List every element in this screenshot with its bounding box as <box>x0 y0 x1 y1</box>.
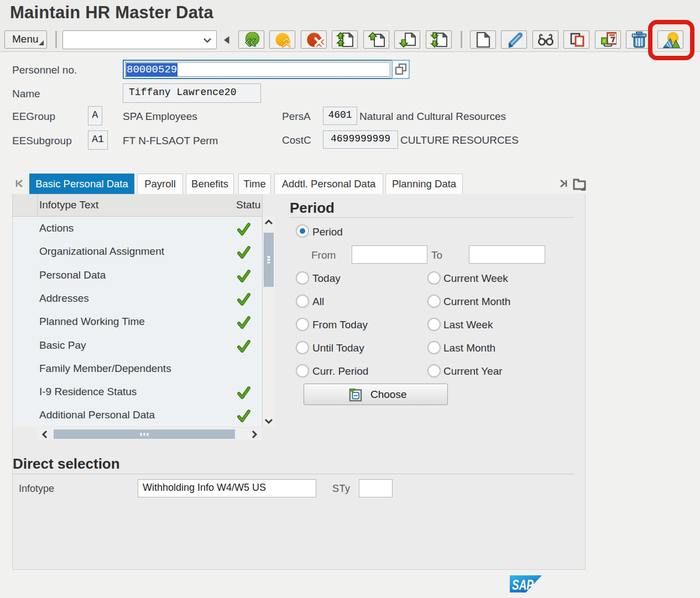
svg-text:SAP: SAP <box>512 576 534 593</box>
